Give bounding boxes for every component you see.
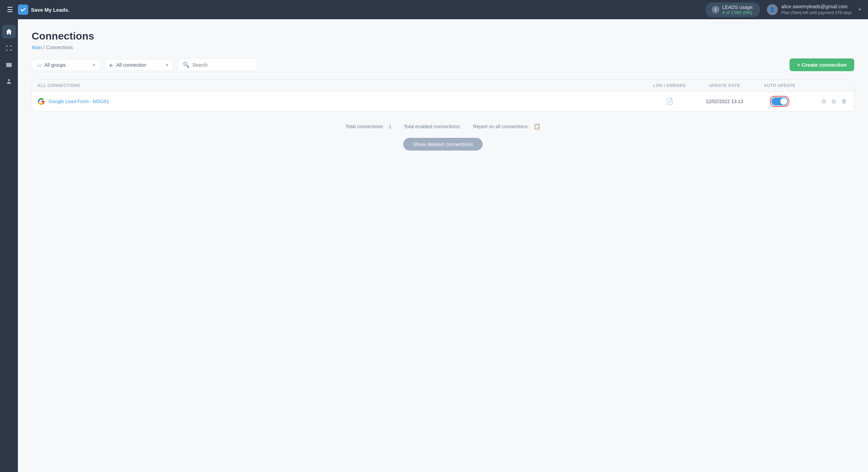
logo-icon bbox=[18, 4, 28, 15]
chevron-down-icon: ▾ bbox=[93, 62, 95, 68]
report-icon[interactable]: 📋 bbox=[534, 123, 540, 130]
user-email: alice.savemyleads@gmail.com bbox=[781, 3, 852, 10]
groups-dropdown[interactable]: 🗂 All groups ▾ bbox=[32, 59, 100, 71]
breadcrumb: Main / Connections bbox=[32, 45, 854, 50]
col-log-errors: LOG / ERRORS bbox=[642, 83, 697, 88]
show-deleted-button[interactable]: Show deleted connections bbox=[403, 138, 483, 151]
total-connections-value: 1 bbox=[389, 124, 392, 129]
page-title: Connections bbox=[32, 30, 854, 42]
col-update-date: UPDATE DATE bbox=[697, 83, 752, 88]
log-cell: 📄 bbox=[642, 98, 697, 105]
col-auto-update: AUTO UPDATE bbox=[752, 83, 807, 88]
auto-update-toggle[interactable] bbox=[771, 97, 788, 106]
settings-icon[interactable]: ⚙ bbox=[830, 97, 837, 106]
svg-rect-4 bbox=[6, 63, 12, 67]
auto-update-cell bbox=[752, 96, 807, 107]
user-info: alice.savemyleads@gmail.com Plan |Start|… bbox=[781, 3, 852, 16]
total-connections-label: Total connections: bbox=[345, 124, 384, 129]
report-label: Report on all connections: bbox=[473, 124, 529, 129]
user-plan: Plan |Start| left until payment 378 days bbox=[781, 10, 852, 16]
leads-title: LEADS usage: bbox=[722, 4, 754, 10]
delete-icon[interactable]: 🗑 bbox=[840, 97, 848, 106]
avatar: 👤 bbox=[767, 4, 778, 15]
connection-name[interactable]: Google Lead Form - MSG91 bbox=[37, 98, 642, 105]
search-field[interactable]: 🔍 bbox=[178, 58, 258, 71]
chevron-down-icon: ▾ bbox=[859, 7, 861, 12]
hamburger-icon[interactable]: ☰ bbox=[7, 6, 13, 14]
update-date: 12/02/2022 13:13 bbox=[697, 99, 752, 104]
table-header: ALL CONNECTIONS LOG / ERRORS UPDATE DATE… bbox=[32, 80, 854, 92]
leads-count: 4 of 2'000 (0%) bbox=[722, 10, 754, 15]
main-layout: Connections Main / Connections 🗂 All gro… bbox=[0, 19, 868, 472]
logo: Save My Leads. bbox=[18, 4, 69, 15]
groups-label: All groups bbox=[44, 62, 66, 68]
breadcrumb-separator: / bbox=[43, 45, 46, 50]
separator-1 bbox=[396, 124, 399, 129]
top-navigation: ☰ Save My Leads. i LEADS usage: 4 of 2'0… bbox=[0, 0, 868, 19]
content-area: Connections Main / Connections 🗂 All gro… bbox=[18, 19, 868, 472]
footer-stats: Total connections: 1 Total enabled conne… bbox=[32, 118, 854, 134]
connection-label: All connection bbox=[116, 62, 146, 68]
svg-point-0 bbox=[6, 45, 8, 47]
svg-point-5 bbox=[8, 79, 10, 81]
sidebar-item-account[interactable] bbox=[2, 74, 16, 88]
duplicate-icon[interactable]: ⧉ bbox=[821, 97, 827, 106]
sidebar bbox=[0, 19, 18, 472]
connections-table: ALL CONNECTIONS LOG / ERRORS UPDATE DATE… bbox=[32, 79, 854, 111]
breadcrumb-main[interactable]: Main bbox=[32, 45, 42, 50]
logo-text: Save My Leads. bbox=[31, 7, 69, 13]
row-actions: ⧉ ⚙ 🗑 bbox=[807, 97, 848, 106]
filters-row: 🗂 All groups ▾ ▶ All connection ▾ 🔍 + Cr… bbox=[32, 58, 854, 71]
user-menu[interactable]: 👤 alice.savemyleads@gmail.com Plan |Star… bbox=[767, 3, 861, 16]
connection-name-text: Google Lead Form - MSG91 bbox=[49, 99, 109, 104]
leads-usage: i LEADS usage: 4 of 2'000 (0%) bbox=[706, 2, 760, 17]
connection-dropdown[interactable]: ▶ All connection ▾ bbox=[105, 59, 173, 71]
folder-icon: 🗂 bbox=[37, 62, 42, 68]
breadcrumb-current: Connections bbox=[46, 45, 73, 50]
chevron-down-icon: ▾ bbox=[166, 62, 168, 68]
svg-point-3 bbox=[10, 50, 12, 51]
col-all-connections: ALL CONNECTIONS bbox=[37, 83, 642, 88]
svg-point-2 bbox=[6, 50, 8, 51]
separator-2 bbox=[465, 124, 468, 129]
play-icon: ▶ bbox=[110, 62, 114, 68]
auto-update-toggle-highlight bbox=[770, 96, 789, 107]
sidebar-item-connections[interactable] bbox=[2, 41, 16, 55]
create-connection-button[interactable]: + Create connection bbox=[790, 58, 854, 71]
search-input[interactable] bbox=[192, 62, 253, 68]
col-actions bbox=[807, 83, 848, 88]
google-icon bbox=[37, 98, 45, 105]
sidebar-item-home[interactable] bbox=[2, 25, 16, 39]
table-row: Google Lead Form - MSG91 📄 12/02/2022 13… bbox=[32, 92, 854, 111]
search-icon: 🔍 bbox=[183, 62, 190, 68]
sidebar-item-billing[interactable] bbox=[2, 58, 16, 72]
log-doc-icon[interactable]: 📄 bbox=[666, 98, 673, 105]
svg-point-1 bbox=[10, 45, 12, 47]
total-enabled-label: Total enabled connections: bbox=[404, 124, 461, 129]
info-icon: i bbox=[712, 6, 719, 13]
